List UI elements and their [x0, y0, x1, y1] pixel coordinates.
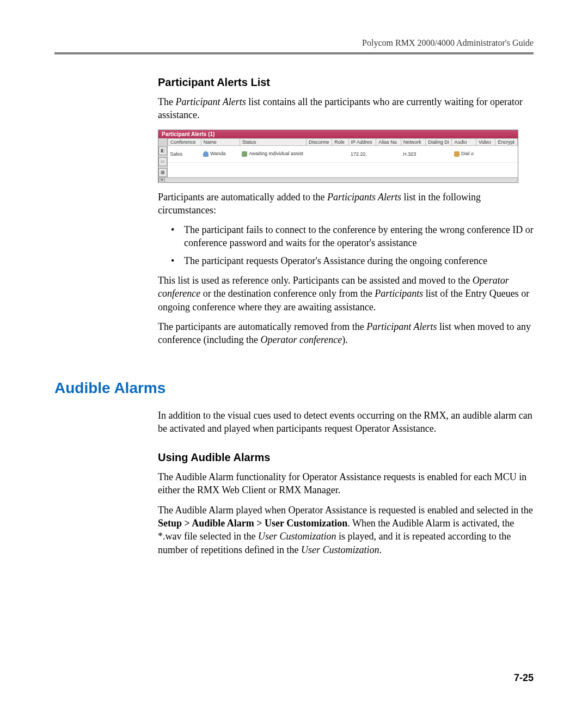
column-header[interactable]: Encrypt — [495, 138, 518, 145]
person-icon — [203, 151, 209, 157]
column-header[interactable]: Status — [240, 138, 306, 145]
column-header[interactable]: IP Addres — [348, 138, 376, 145]
column-header[interactable]: Audio — [452, 138, 476, 145]
text: ). — [342, 334, 348, 345]
text: Awaiting Individual assist — [249, 151, 303, 156]
table-header-row: Conference Name Status Disconne Role IP … — [168, 138, 518, 145]
text: or the destination conference only from … — [200, 288, 375, 299]
cell-network: H.323 — [401, 145, 426, 162]
text: The participants are automatically remov… — [158, 321, 366, 332]
sidebar-button[interactable]: ◧ — [158, 146, 167, 155]
cell-disconnect — [307, 145, 332, 162]
scroll-left-button[interactable]: ◂ — [158, 177, 165, 183]
emphasis: Participant Alerts — [366, 321, 437, 332]
text: . — [379, 544, 382, 555]
paragraph: The participants are automatically remov… — [158, 320, 534, 347]
cell-video — [476, 145, 495, 162]
emphasis: Participants — [375, 288, 423, 299]
text: Dial o — [461, 151, 474, 156]
intro-paragraph: The Participant Alerts list contains all… — [158, 95, 534, 122]
emphasis: User Customization — [258, 531, 336, 542]
cell-encrypt — [495, 145, 518, 162]
participant-alerts-panel: Participant Alerts (1) ◧ ▭ ▦ — [158, 130, 518, 183]
emphasis: User Customization — [301, 544, 379, 555]
section-heading-audible-alarms: Audible Alarms — [54, 379, 534, 397]
panel-sidebar: ◧ ▭ ▦ — [158, 138, 168, 177]
paragraph: This list is used as reference only. Par… — [158, 274, 534, 314]
cell-role — [332, 145, 348, 162]
list-item: The participant fails to connect to the … — [158, 223, 534, 250]
sidebar-button[interactable]: ▦ — [158, 168, 167, 177]
column-header[interactable]: Role — [332, 138, 348, 145]
text: Wanda — [210, 151, 225, 156]
cell-audio: Dial o — [452, 145, 476, 162]
cell-alias — [376, 145, 401, 162]
column-header[interactable]: Disconne — [307, 138, 332, 145]
doc-header-title: Polycom RMX 2000/4000 Administrator's Gu… — [54, 38, 534, 48]
text: This list is used as reference only. Par… — [158, 275, 473, 286]
speaker-icon — [454, 151, 460, 157]
sub-heading-using-audible-alarms: Using Audible Alarms — [158, 451, 534, 464]
alerts-table: Conference Name Status Disconne Role IP … — [168, 138, 518, 177]
cell-conference: Sales — [168, 145, 201, 162]
emphasis: Operator conference — [260, 334, 342, 345]
paragraph: Participants are automatically added to … — [158, 191, 534, 217]
horizontal-scrollbar[interactable]: ◂ — [158, 177, 518, 182]
text: The Audible Alarm played when Operator A… — [158, 505, 533, 516]
text: Participants are automatically added to … — [158, 192, 327, 203]
text: The — [158, 96, 175, 107]
cell-status: Awaiting Individual assist — [240, 145, 306, 162]
bullet-list: The participant fails to connect to the … — [158, 223, 534, 267]
paragraph: The Audible Alarm played when Operator A… — [158, 504, 534, 556]
sidebar-button[interactable]: ▭ — [158, 157, 167, 166]
emphasis: Participant Alerts — [175, 96, 246, 107]
paragraph: In addition to the visual cues used to d… — [158, 409, 534, 436]
status-icon — [242, 151, 247, 157]
cell-ip: 172.22. — [348, 145, 376, 162]
list-item: The participant requests Operator's Assi… — [158, 254, 534, 267]
header-divider — [54, 52, 534, 54]
paragraph: The Audible Alarm functionality for Oper… — [158, 470, 534, 497]
panel-title: Participant Alerts (1) — [158, 130, 518, 138]
column-header[interactable]: Conference — [168, 138, 201, 145]
page-number: 7-25 — [514, 672, 534, 684]
cell-dialing — [426, 145, 452, 162]
column-header[interactable]: Alias Na — [376, 138, 401, 145]
section-heading-participant-alerts: Participant Alerts List — [158, 76, 534, 89]
column-header[interactable]: Video — [476, 138, 495, 145]
column-header[interactable]: Network — [401, 138, 426, 145]
column-header[interactable]: Dialing Di — [426, 138, 452, 145]
column-header[interactable]: Name — [201, 138, 240, 145]
bold-text: Setup > Audible Alarm > User Customizati… — [158, 518, 347, 529]
emphasis: Participants Alerts — [327, 192, 401, 203]
table-row[interactable]: Sales Wanda Awaiting Individual assist 1… — [168, 145, 518, 162]
cell-name: Wanda — [201, 145, 240, 162]
